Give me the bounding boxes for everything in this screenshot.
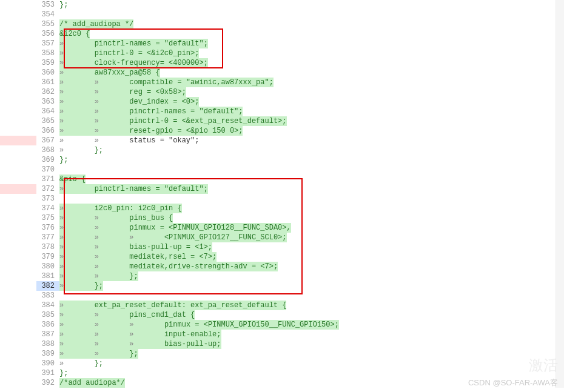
line-number: 372: [36, 184, 59, 194]
diff-view: 353};354355/* add_audiopa */356&i2c0 {35…: [0, 0, 564, 388]
line-number: 360: [36, 68, 59, 78]
left-gutter-row: [0, 349, 36, 359]
code-line[interactable]: 381» » };: [36, 271, 564, 281]
left-gutter-row: [0, 194, 36, 204]
code-line[interactable]: 377» » » <PINMUX_GPIO127__FUNC_SCL0>;: [36, 233, 564, 242]
code-content: » pinctrl-names = "default";: [59, 39, 564, 48]
code-line[interactable]: 375» » pins_bus {: [36, 213, 564, 223]
code-line[interactable]: 372» pinctrl-names = "default";: [36, 184, 564, 194]
code-line[interactable]: 356&i2c0 {: [36, 29, 564, 39]
code-line[interactable]: 380» » mediatek,drive-strength-adv = <7>…: [36, 262, 564, 271]
code-content: » };: [59, 145, 564, 155]
left-gutter-row: [0, 174, 36, 184]
code-content: » » dev_index = <0>;: [59, 97, 564, 107]
left-change-gutter: [0, 0, 36, 388]
code-line[interactable]: 379» » mediatek,rsel = <7>;: [36, 252, 564, 262]
code-content: » » };: [59, 349, 564, 359]
left-gutter-row: [0, 271, 36, 281]
code-line[interactable]: 371&pio {: [36, 174, 564, 184]
line-number: 377: [36, 233, 59, 242]
code-content: &pio {: [59, 174, 564, 184]
code-line[interactable]: 353};: [36, 0, 564, 10]
left-gutter-row: [0, 58, 36, 68]
code-line[interactable]: 363» » dev_index = <0>;: [36, 97, 564, 107]
line-number: 358: [36, 48, 59, 58]
code-line[interactable]: 388» » » bias-pull-up;: [36, 339, 564, 349]
code-line[interactable]: 391};: [36, 368, 564, 378]
code-line[interactable]: 374» i2c0_pin: i2c0_pin {: [36, 204, 564, 213]
left-gutter-row: [0, 320, 36, 330]
left-gutter-row: [0, 378, 36, 388]
line-number: 370: [36, 165, 59, 174]
code-content: » » » <PINMUX_GPIO127__FUNC_SCL0>;: [59, 233, 564, 242]
line-number: 376: [36, 223, 59, 233]
code-content: » » pinctrl-0 = <&ext_pa_reset_default>;: [59, 116, 564, 126]
code-line[interactable]: 354: [36, 10, 564, 19]
code-line[interactable]: 390» };: [36, 359, 564, 368]
code-content: » » status = "okay";: [59, 136, 564, 145]
line-number: 380: [36, 262, 59, 271]
line-number: 390: [36, 359, 59, 368]
left-gutter-row: [0, 78, 36, 87]
line-number: 375: [36, 213, 59, 223]
code-content: /*add audiopa*/: [59, 378, 564, 388]
line-number: 383: [36, 291, 59, 301]
code-content: » » reset-gpio = <&pio 150 0>;: [59, 126, 564, 136]
code-pane[interactable]: 353};354355/* add_audiopa */356&i2c0 {35…: [36, 0, 564, 388]
code-line[interactable]: 364» » pinctrl-names = "default";: [36, 107, 564, 116]
code-line[interactable]: 355/* add_audiopa */: [36, 19, 564, 29]
left-gutter-row: [0, 301, 36, 310]
line-number: 374: [36, 204, 59, 213]
left-gutter-row: [0, 19, 36, 29]
code-line[interactable]: 358» pinctrl-0 = <&i2c0_pin>;: [36, 48, 564, 58]
code-line[interactable]: 386» » » pinmux = <PINMUX_GPIO150__FUNC_…: [36, 320, 564, 330]
line-number: 381: [36, 271, 59, 281]
code-line[interactable]: 367» » status = "okay";: [36, 136, 564, 145]
line-number: 356: [36, 29, 59, 39]
code-line[interactable]: 392/*add audiopa*/: [36, 378, 564, 388]
line-number: 369: [36, 155, 59, 165]
left-gutter-row: [0, 291, 36, 301]
left-gutter-row: [0, 39, 36, 48]
code-content: » » » bias-pull-up;: [59, 339, 564, 349]
left-gutter-row: [0, 68, 36, 78]
code-content: };: [59, 0, 564, 10]
code-line[interactable]: 373: [36, 194, 564, 204]
code-line[interactable]: 383: [36, 291, 564, 301]
code-content: » pinctrl-names = "default";: [59, 184, 564, 194]
left-gutter-row: [0, 184, 36, 194]
code-line[interactable]: 360» aw87xxx_pa@58 {: [36, 68, 564, 78]
code-line[interactable]: 370: [36, 165, 564, 174]
code-line[interactable]: 385» » pins_cmd1_dat {: [36, 310, 564, 320]
left-gutter-row: [0, 368, 36, 378]
line-number: 354: [36, 10, 59, 19]
line-number: 378: [36, 242, 59, 252]
code-line[interactable]: 362» » reg = <0x58>;: [36, 87, 564, 97]
code-line[interactable]: 382» };: [36, 281, 564, 291]
left-gutter-row: [0, 0, 36, 10]
code-content: » » bias-pull-up = <1>;: [59, 242, 564, 252]
code-line[interactable]: 378» » bias-pull-up = <1>;: [36, 242, 564, 252]
code-content: » » » pinmux = <PINMUX_GPIO150__FUNC_GPI…: [59, 320, 564, 330]
left-gutter-row: [0, 252, 36, 262]
code-line[interactable]: 389» » };: [36, 349, 564, 359]
code-line[interactable]: 365» » pinctrl-0 = <&ext_pa_reset_defaul…: [36, 116, 564, 126]
code-content: » };: [59, 359, 564, 368]
code-content: };: [59, 155, 564, 165]
code-line[interactable]: 357» pinctrl-names = "default";: [36, 39, 564, 48]
code-line[interactable]: 376» » pinmux = <PINMUX_GPIO128__FUNC_SD…: [36, 223, 564, 233]
code-line[interactable]: 368» };: [36, 145, 564, 155]
line-number: 388: [36, 339, 59, 349]
code-line[interactable]: 369};: [36, 155, 564, 165]
line-number: 382: [36, 281, 59, 291]
left-gutter-row: [0, 242, 36, 252]
line-number: 359: [36, 58, 59, 68]
code-line[interactable]: 384» ext_pa_reset_default: ext_pa_reset_…: [36, 301, 564, 310]
code-line[interactable]: 361» » compatible = "awinic,aw87xxx_pa";: [36, 78, 564, 87]
code-line[interactable]: 366» » reset-gpio = <&pio 150 0>;: [36, 126, 564, 136]
line-number: 361: [36, 78, 59, 87]
code-line[interactable]: 359» clock-frequency= <400000>;: [36, 58, 564, 68]
code-content: » aw87xxx_pa@58 {: [59, 68, 564, 78]
code-line[interactable]: 387» » » input-enable;: [36, 330, 564, 339]
line-number: 385: [36, 310, 59, 320]
